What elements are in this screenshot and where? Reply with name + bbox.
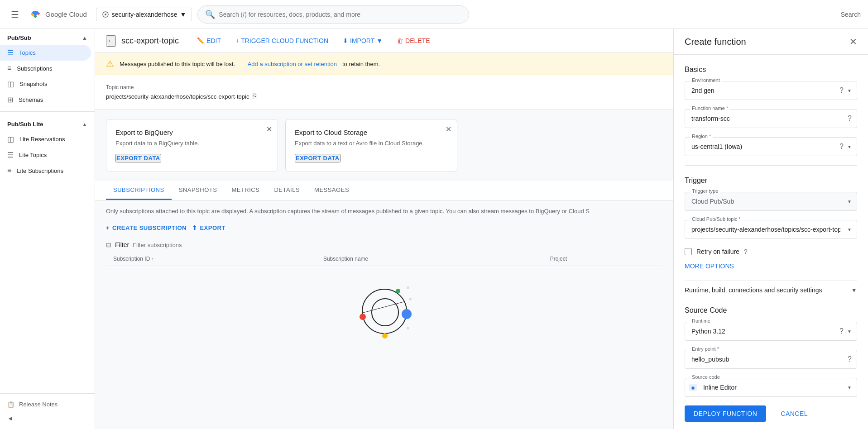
sidebar-item-lite-reservations[interactable]: ◫ Lite Reservations: [0, 131, 91, 147]
release-notes-icon: 📋: [7, 401, 14, 408]
export-cards-container: ✕ Export to BigQuery Export data to a Bi…: [95, 110, 673, 181]
sidebar-item-schemas-label: Schemas: [19, 96, 43, 103]
tab-metrics[interactable]: METRICS: [224, 181, 267, 200]
google-cloud-logo: Google Cloud: [28, 7, 87, 22]
trigger-type-select[interactable]: Cloud Pub/Sub: [685, 192, 857, 211]
sidebar-item-topics[interactable]: ☰ Topics: [0, 45, 91, 61]
region-select-wrapper: us-central1 (Iowa) ?: [685, 137, 857, 156]
hamburger-menu[interactable]: ☰: [7, 5, 23, 24]
environment-help-icon[interactable]: ?: [839, 86, 844, 95]
sidebar-item-subscriptions[interactable]: ≡ Subscriptions: [0, 61, 91, 76]
column-header-project[interactable]: Project: [543, 252, 662, 266]
edit-button[interactable]: ✏️ EDIT: [192, 34, 226, 47]
sidebar-item-release-notes[interactable]: 📋 Release Notes: [0, 397, 95, 411]
dot-small-gray1: [407, 286, 409, 289]
create-subscription-button[interactable]: + CREATE SUBSCRIPTION: [106, 222, 187, 234]
export-card-storage: ✕ Export to Cloud Storage Export data to…: [285, 119, 457, 172]
topic-path: projects/security-alexanderhose/topics/s…: [106, 93, 249, 100]
table-header: Subscription ID ↑ Subscription name Proj…: [106, 252, 662, 266]
pubsub-section-chevron: ▲: [82, 35, 87, 41]
export-subscriptions-icon: ⬆: [192, 224, 197, 231]
pubsub-topic-select-wrapper: projects/security-alexanderhose/topics/s…: [685, 220, 857, 239]
retry-on-failure-checkbox[interactable]: [685, 248, 692, 255]
sidebar-item-subscriptions-label: Subscriptions: [17, 65, 52, 72]
more-options-button[interactable]: MORE OPTIONS: [685, 262, 734, 270]
column-header-subscription-id[interactable]: Subscription ID ↑: [106, 252, 316, 266]
search-bar[interactable]: 🔍: [197, 5, 469, 24]
pubsub-section-header[interactable]: Pub/Sub ▲: [0, 29, 95, 45]
back-button[interactable]: ←: [106, 35, 116, 47]
source-code-select-wrapper: Inline Editor ◉: [685, 378, 857, 397]
topic-section: Topic name projects/security-alexanderho…: [95, 75, 673, 110]
edit-icon: ✏️: [197, 37, 205, 44]
create-subscription-icon: +: [106, 224, 110, 231]
region-help-icon[interactable]: ?: [839, 143, 844, 151]
project-selector[interactable]: security-alexanderhose ▼: [96, 8, 192, 21]
subscriptions-content: Only subscriptions attached to this topi…: [95, 200, 673, 364]
subscription-id-header-text: Subscription ID: [113, 256, 150, 262]
region-select[interactable]: us-central1 (Iowa): [685, 137, 857, 156]
trigger-type-label: Trigger type: [690, 188, 720, 194]
create-function-panel: Create function ✕ Basics Environment 1st…: [673, 29, 868, 429]
region-label: Region *: [690, 133, 713, 139]
nav-right: Search: [841, 11, 861, 18]
export-bigquery-button[interactable]: EXPORT DATA: [115, 154, 161, 162]
panel-header: Create function ✕: [674, 29, 868, 55]
deploy-function-button[interactable]: DEPLOY FUNCTION: [685, 405, 766, 422]
copy-topic-button[interactable]: ⎘: [253, 92, 257, 100]
cancel-button[interactable]: CANCEL: [772, 405, 817, 422]
lite-reservations-icon: ◫: [7, 135, 14, 143]
entry-point-input[interactable]: [685, 350, 857, 369]
pubsub-topic-select[interactable]: projects/security-alexanderhose/topics/s…: [685, 220, 857, 239]
runtime-select[interactable]: Python 3.12 Python 3.11 Node.js 20 Go 1.…: [685, 322, 857, 341]
sidebar-item-lite-topics-label: Lite Topics: [19, 152, 47, 158]
sidebar-item-lite-topics[interactable]: ☰ Lite Topics: [0, 147, 91, 163]
export-card-storage-close[interactable]: ✕: [446, 125, 451, 133]
runtime-help-icon[interactable]: ?: [839, 327, 844, 335]
panel-title: Create function: [685, 37, 746, 47]
trigger-icon: +: [235, 37, 239, 44]
tab-details[interactable]: DETAILS: [267, 181, 307, 200]
function-name-input[interactable]: [685, 109, 857, 128]
column-header-subscription-name[interactable]: Subscription name: [316, 252, 543, 266]
source-code-select[interactable]: Inline Editor: [685, 378, 857, 397]
import-label: IMPORT: [350, 37, 374, 44]
environment-select[interactable]: 1st gen 2nd gen: [685, 81, 857, 100]
tab-snapshots[interactable]: SNAPSHOTS: [172, 181, 225, 200]
entry-point-help-icon[interactable]: ?: [848, 355, 852, 363]
export-card-bigquery-desc: Export data to a BigQuery table.: [115, 140, 269, 147]
source-code-select-icon: ◉: [689, 384, 697, 391]
sidebar-item-snapshots[interactable]: ◫ Snapshots: [0, 76, 91, 92]
sidebar-item-topics-label: Topics: [19, 49, 36, 56]
tab-messages[interactable]: MESSAGES: [307, 181, 356, 200]
environment-group: Environment 1st gen 2nd gen ?: [685, 81, 857, 100]
export-subscriptions-label: EXPORT: [200, 224, 225, 231]
filter-input[interactable]: [133, 242, 662, 248]
import-button[interactable]: ⬇ IMPORT ▼: [337, 34, 388, 47]
dot-small-gray3: [409, 298, 412, 300]
tab-subscriptions[interactable]: SUBSCRIPTIONS: [106, 181, 172, 200]
create-subscription-label: CREATE SUBSCRIPTION: [112, 224, 187, 231]
warning-link[interactable]: Add a subscription or set retention: [248, 61, 337, 67]
retry-help-icon[interactable]: ?: [744, 248, 748, 255]
sidebar-item-schemas[interactable]: ⊞ Schemas: [0, 92, 91, 108]
runtime-build-collapsible[interactable]: Runtime, build, connections and security…: [685, 281, 857, 299]
delete-label: DELETE: [405, 37, 430, 44]
lite-subscriptions-icon: ≡: [7, 167, 11, 175]
search-input[interactable]: [219, 11, 461, 18]
pubsublite-section-header[interactable]: Pub/Sub Lite ▲: [0, 115, 95, 131]
function-name-help-icon[interactable]: ?: [848, 114, 852, 123]
export-card-bigquery-close[interactable]: ✕: [266, 125, 272, 133]
export-subscriptions-button[interactable]: ⬆ EXPORT: [192, 222, 225, 234]
export-storage-button[interactable]: EXPORT DATA: [295, 154, 340, 162]
basics-section-title: Basics: [685, 66, 857, 74]
trigger-type-select-wrapper: Cloud Pub/Sub: [685, 192, 857, 211]
trigger-cloud-function-button[interactable]: + TRIGGER CLOUD FUNCTION: [230, 34, 334, 47]
panel-close-button[interactable]: ✕: [849, 36, 857, 47]
edit-label: EDIT: [206, 37, 221, 44]
delete-button[interactable]: 🗑 DELETE: [392, 34, 435, 47]
sidebar-item-lite-subscriptions[interactable]: ≡ Lite Subscriptions: [0, 163, 91, 178]
source-code-group: Source code Inline Editor ◉: [685, 378, 857, 397]
sidebar-collapse-button[interactable]: ◄: [0, 411, 95, 425]
subscriptions-info-text: Only subscriptions attached to this topi…: [106, 208, 662, 214]
